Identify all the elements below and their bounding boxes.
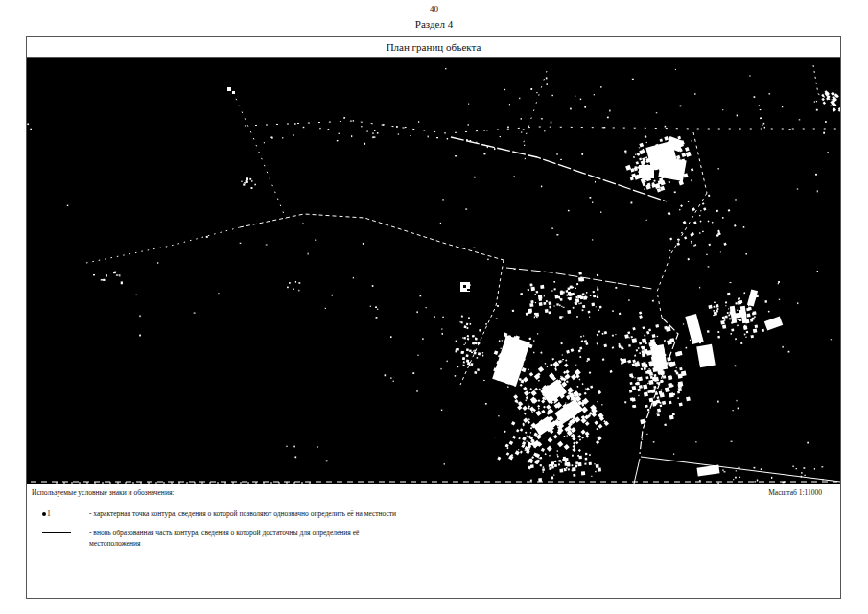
legend-heading: Используемые условные знаки и обозначени… [32,488,174,497]
map-scale: Масштаб 1:11000 [768,488,822,497]
legend-line-description: - вновь образованная часть контура, свед… [89,529,369,550]
legend: Используемые условные знаки и обозначени… [27,484,840,598]
line-marker [42,529,89,533]
satellite-map [27,58,840,484]
point-marker-label: 1 [47,509,51,518]
legend-point-description: - характерная точка контура, сведения о … [89,509,396,520]
satellite-map-canvas [27,58,840,484]
point-marker: 1 [42,509,89,518]
page-number: 40 [0,4,868,13]
legend-item-point: 1 - характерная точка контура, сведения … [42,509,396,520]
section-title: Раздел 4 [0,18,868,30]
legend-item-line: - вновь образованная часть контура, свед… [42,529,369,550]
point-marker-dot-icon [42,512,46,516]
legend-header: Используемые условные знаки и обозначени… [32,488,822,497]
document-page: { "page": { "page_number": "40", "sectio… [0,0,868,614]
plan-boundaries-box: План границ объекта Используемые условны… [26,36,841,599]
line-marker-sample-icon [42,532,71,533]
plan-title: План границ объекта [27,37,840,58]
